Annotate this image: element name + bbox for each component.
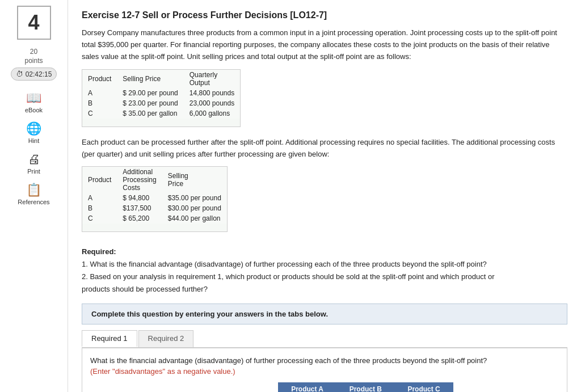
table1-wrapper: Product Selling Price QuarterlyOutput A … [82,69,241,127]
tab-required1[interactable]: Required 1 [82,330,137,347]
sidebar-item-print-label: Print [27,168,40,175]
table2: Product AdditionalProcessingCosts Sellin… [82,167,227,224]
processing-text: Each product can be processed further af… [82,137,567,161]
references-icon: 📋 [26,183,41,197]
table1-col-product: Product [82,70,117,88]
required-title: Required: [82,247,567,256]
answer-table: Product A Product B Product C Financial … [90,382,453,392]
col-header-c: Product C [395,382,453,392]
tab-content: What is the financial advantage (disadva… [82,348,567,392]
table-row: C $ 65,200 $44.00 per gallon [82,213,227,224]
tab-required2[interactable]: Required 2 [138,330,194,347]
required-section: Required: 1. What is the financial advan… [82,247,567,296]
table-row: A $ 94,800 $35.00 per pound [82,193,227,203]
table-row: C $ 35.00 per gallon 6,000 gallons [82,108,240,119]
table1-col-price: Selling Price [117,70,183,88]
timer-badge: ⏱ 02:42:15 [11,68,57,81]
ebook-icon: 📖 [26,91,41,106]
question-number: 4 [17,6,51,40]
col-header-b: Product B [336,382,395,392]
points-label: 20points [24,48,43,65]
sidebar-item-references-label: References [18,199,49,205]
main-content: Exercise 12-7 Sell or Process Further De… [68,0,581,392]
sidebar-item-print[interactable]: 🖨 Print [27,152,40,175]
print-icon: 🖨 [28,152,40,167]
table2-col-costs: AdditionalProcessingCosts [117,167,162,193]
required-item-2: 2. Based on your analysis in requirement… [82,271,567,296]
sidebar-item-references[interactable]: 📋 References [18,183,49,205]
table2-col-product: Product [82,167,117,193]
hint-icon: 🌐 [26,121,41,136]
table-row: B $137,500 $30.00 per pound [82,203,227,213]
timer-icon: ⏱ [16,70,23,78]
col-header-a: Product A [278,382,336,392]
tabs-row: Required 1 Required 2 [82,330,567,348]
instruction-box: Complete this question by entering your … [82,304,567,324]
table1-col-output: QuarterlyOutput [184,70,240,88]
table1: Product Selling Price QuarterlyOutput A … [82,70,240,119]
timer-value: 02:42:15 [26,70,52,78]
exercise-title: Exercise 12-7 Sell or Process Further De… [82,10,567,20]
sidebar-item-hint[interactable]: 🌐 Hint [26,121,41,144]
table-row: B $ 23.00 per pound 23,000 pounds [82,98,240,108]
sidebar-item-ebook-label: eBook [25,107,43,113]
sidebar-item-ebook[interactable]: 📖 eBook [25,91,43,113]
required-item-1: 1. What is the financial advantage (disa… [82,258,567,271]
table2-col-price: SellingPrice [162,167,227,193]
sidebar: 4 20points ⏱ 02:42:15 📖 eBook 🌐 Hint 🖨 P… [0,0,68,392]
table-row: A $ 29.00 per pound 14,800 pounds [82,88,240,98]
required-items: 1. What is the financial advantage (disa… [82,258,567,296]
tab-note: (Enter "disadvantages" as a negative val… [90,367,559,376]
sidebar-item-hint-label: Hint [28,137,40,144]
intro-text: Dorsey Company manufactures three produc… [82,27,567,62]
table2-wrapper: Product AdditionalProcessingCosts Sellin… [82,166,228,232]
tab-question: What is the financial advantage (disadva… [90,356,559,365]
